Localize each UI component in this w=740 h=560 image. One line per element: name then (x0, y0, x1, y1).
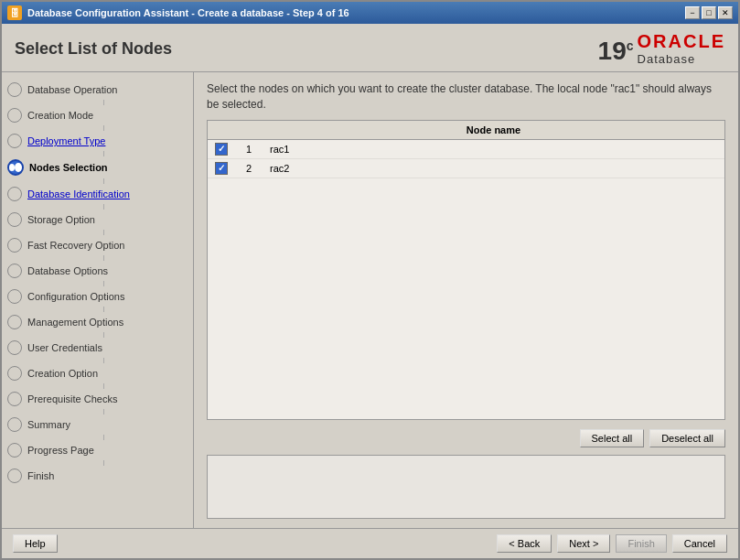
node-checkbox[interactable] (215, 143, 228, 156)
table-row[interactable]: 2rac2 (208, 158, 724, 178)
sidebar-item-database-operation: Database Operation (2, 80, 193, 100)
sidebar-item-configuration-options: Configuration Options (2, 286, 193, 307)
sidebar-label-finish: Finish (27, 470, 54, 481)
sidebar-label-user-credentials: User Credentials (27, 342, 102, 353)
table-row[interactable]: 1rac1 (208, 139, 724, 158)
app-icon: 🗄 (7, 5, 22, 20)
sidebar-label-fast-recovery: Fast Recovery Option (27, 240, 124, 251)
sidebar-item-creation-mode: Creation Mode (2, 105, 193, 125)
sidebar-label-database-operation: Database Operation (27, 84, 117, 95)
select-buttons-row: Select all Deselect all (207, 429, 725, 447)
step-indicator-management-options (7, 315, 22, 329)
step-indicator-prerequisite-checks (7, 392, 22, 406)
sidebar-label-configuration-options: Configuration Options (27, 291, 124, 302)
node-name: rac1 (263, 139, 724, 158)
row-number: 1 (235, 139, 263, 158)
step-indicator-deployment-type (7, 134, 22, 148)
sidebar-item-summary: Summary (2, 415, 193, 435)
finish-button: Finish (616, 534, 666, 553)
step-indicator-creation-mode (7, 108, 22, 123)
step-indicator-user-credentials (7, 340, 22, 355)
sidebar-label-summary: Summary (27, 419, 70, 430)
sidebar-item-prerequisite-checks: Prerequisite Checks (2, 389, 193, 409)
sidebar-item-deployment-type[interactable]: Deployment Type (2, 131, 193, 151)
instruction-text: Select the nodes on which you want to cr… (207, 81, 725, 113)
sidebar-label-creation-option: Creation Option (27, 368, 98, 379)
sidebar-label-database-identification: Database Identification (27, 188, 130, 199)
main-content: Database Operation Creation Mode Deploym… (2, 72, 738, 528)
sidebar-label-deployment-type: Deployment Type (27, 135, 105, 146)
sidebar-label-database-options: Database Options (27, 265, 108, 276)
oracle-product: Database (638, 52, 696, 66)
help-button[interactable]: Help (13, 534, 58, 553)
step-indicator-nodes-selection (7, 159, 24, 176)
close-button[interactable]: ✕ (718, 6, 733, 19)
title-bar-left: 🗄 Database Configuration Assistant - Cre… (7, 5, 349, 20)
oracle-logo: 19c ORACLE Database (598, 31, 725, 66)
select-all-button[interactable]: Select all (580, 429, 645, 447)
checkbox-cell[interactable] (208, 158, 235, 178)
footer: Help < Back Next > Finish Cancel (2, 528, 738, 558)
step-indicator-storage-option (7, 212, 22, 227)
oracle-name: ORACLE (638, 31, 725, 52)
nodes-table: Node name 1rac12rac2 (208, 121, 724, 178)
deselect-all-button[interactable]: Deselect all (649, 429, 725, 447)
nodes-table-container: Node name 1rac12rac2 (207, 120, 725, 420)
sidebar-label-prerequisite-checks: Prerequisite Checks (27, 393, 117, 404)
sidebar-item-fast-recovery: Fast Recovery Option (2, 235, 193, 255)
node-checkbox[interactable] (215, 162, 228, 175)
page-header: Select List of Nodes 19c ORACLE Database (2, 24, 738, 72)
sidebar-item-storage-option: Storage Option (2, 210, 193, 230)
sidebar-label-progress-page: Progress Page (27, 445, 94, 456)
sidebar-label-nodes-selection: Nodes Selection (29, 162, 108, 173)
window-controls: − □ ✕ (685, 6, 733, 19)
step-indicator-progress-page (7, 443, 22, 458)
row-number: 2 (235, 158, 263, 178)
num-col-header (235, 121, 263, 140)
sidebar-label-creation-mode: Creation Mode (27, 110, 93, 121)
node-name-col-header: Node name (263, 121, 724, 140)
sidebar-item-user-credentials: User Credentials (2, 338, 193, 358)
footer-nav-buttons: < Back Next > Finish Cancel (497, 534, 727, 553)
sidebar-item-creation-option: Creation Option (2, 363, 193, 383)
step-indicator-database-options (7, 264, 22, 278)
sidebar-item-database-options: Database Options (2, 261, 193, 281)
sidebar-item-nodes-selection: Nodes Selection (2, 156, 193, 178)
step-indicator-finish (7, 468, 22, 483)
sidebar-item-database-identification[interactable]: Database Identification (2, 184, 193, 204)
sidebar-label-management-options: Management Options (27, 317, 123, 328)
sidebar-item-management-options: Management Options (2, 312, 193, 332)
sidebar: Database Operation Creation Mode Deploym… (2, 72, 194, 528)
oracle-brand: ORACLE Database (638, 31, 725, 66)
step-indicator-database-identification (7, 187, 22, 201)
main-window: 🗄 Database Configuration Assistant - Cre… (0, 0, 740, 560)
step-indicator-database-operation (7, 82, 22, 97)
cancel-button[interactable]: Cancel (672, 534, 727, 553)
next-button[interactable]: Next > (557, 534, 610, 553)
window-title: Database Configuration Assistant - Creat… (27, 7, 349, 18)
back-button[interactable]: < Back (497, 534, 552, 553)
step-indicator-configuration-options (7, 289, 22, 304)
step-indicator-creation-option (7, 366, 22, 381)
sidebar-item-progress-page: Progress Page (2, 440, 193, 460)
node-name: rac2 (263, 158, 724, 178)
step-indicator-fast-recovery (7, 238, 22, 253)
checkbox-cell[interactable] (208, 139, 235, 158)
oracle-version: 19c (598, 37, 634, 66)
sidebar-label-storage-option: Storage Option (27, 214, 95, 225)
minimize-button[interactable]: − (685, 6, 700, 19)
sidebar-item-finish: Finish (2, 466, 193, 486)
checkbox-col-header (208, 121, 235, 140)
info-text-area (207, 455, 725, 519)
maximize-button[interactable]: □ (702, 6, 716, 19)
title-bar: 🗄 Database Configuration Assistant - Cre… (2, 2, 738, 24)
page-title: Select List of Nodes (15, 39, 172, 59)
content-area: Select the nodes on which you want to cr… (194, 72, 738, 528)
step-indicator-summary (7, 417, 22, 432)
